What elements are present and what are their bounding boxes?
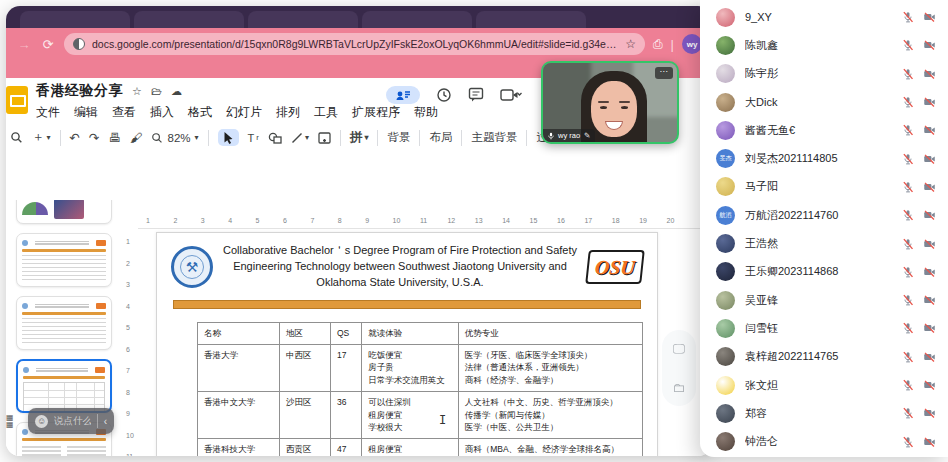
participant-row[interactable]: 袁梓超2022114765: [716, 343, 936, 371]
slide-thumbnail-3[interactable]: [16, 296, 112, 350]
profile-avatar[interactable]: wy: [682, 34, 702, 54]
browser-tab[interactable]: [248, 11, 358, 28]
chat-input[interactable]: 说点什么...: [54, 415, 91, 428]
menu-item-5[interactable]: 幻灯片: [226, 104, 262, 121]
presenter-view-button[interactable]: [386, 86, 420, 104]
redo-icon[interactable]: ↷: [89, 130, 99, 145]
participant-row[interactable]: 闫雪钰: [716, 314, 936, 342]
browser-tab[interactable]: [134, 11, 244, 28]
site-settings-icon[interactable]: [73, 38, 85, 50]
menu-item-4[interactable]: 格式: [188, 104, 212, 121]
camera-muted-icon[interactable]: [923, 379, 936, 391]
line-tool-icon[interactable]: ▾: [291, 132, 309, 144]
pinyin-input-button[interactable]: 拼▾: [350, 129, 369, 146]
zoom-select[interactable]: 82%▾: [151, 132, 198, 144]
camera-muted-icon[interactable]: [923, 39, 936, 51]
mic-muted-icon[interactable]: [902, 322, 914, 334]
theme-button[interactable]: 主题背景: [471, 130, 517, 145]
browser-tab[interactable]: [362, 11, 472, 28]
mic-muted-icon[interactable]: [902, 96, 914, 108]
menu-item-2[interactable]: 查看: [112, 104, 136, 121]
browser-tab[interactable]: [20, 11, 130, 28]
mic-muted-icon[interactable]: [902, 209, 914, 221]
print-icon[interactable]: 🖶: [108, 131, 121, 145]
camera-muted-icon[interactable]: [923, 68, 936, 80]
participant-row[interactable]: 王浩然: [716, 229, 936, 257]
paint-format-icon[interactable]: 🖌: [130, 131, 143, 145]
shapes-icon[interactable]: [268, 132, 282, 144]
camera-muted-icon[interactable]: [923, 436, 936, 448]
emoji-icon[interactable]: ☺: [35, 415, 48, 428]
participant-row[interactable]: 航滔万航滔2022114760: [716, 201, 936, 229]
camera-muted-icon[interactable]: [923, 351, 936, 363]
star-document-icon[interactable]: ☆: [132, 85, 142, 98]
reload-icon[interactable]: ⟳: [40, 37, 56, 52]
camera-muted-icon[interactable]: [923, 181, 936, 193]
participant-row[interactable]: 钟浩仑: [716, 427, 936, 455]
participant-row[interactable]: 王乐卿2023114868: [716, 258, 936, 286]
mic-muted-icon[interactable]: [902, 379, 914, 391]
browser-tab-strip[interactable]: [6, 6, 712, 28]
mic-muted-icon[interactable]: [902, 436, 914, 448]
url-text[interactable]: docs.google.com/presentation/d/15qxn0R8g…: [92, 38, 618, 50]
slide-title[interactable]: Collaborative Bachelor＇s Degree Program …: [223, 243, 577, 291]
slide-canvas[interactable]: Collaborative Bachelor＇s Degree Program …: [156, 232, 658, 456]
menu-item-8[interactable]: 扩展程序: [352, 104, 400, 121]
collapse-chat-icon[interactable]: ‹: [104, 416, 107, 427]
move-folder-icon[interactable]: 🗁: [151, 85, 162, 97]
insert-image-icon[interactable]: [318, 132, 331, 144]
comments-icon[interactable]: [468, 87, 484, 103]
menu-item-0[interactable]: 文件: [36, 104, 60, 121]
meeting-chat-bar[interactable]: ☺ 说点什么... ‹: [28, 408, 114, 434]
camera-muted-icon[interactable]: [923, 124, 936, 136]
text-box-icon[interactable]: Tr: [248, 132, 259, 144]
participant-row[interactable]: 陈宇彤: [716, 60, 936, 88]
folder-icon[interactable]: 🗀: [673, 380, 686, 395]
participant-row[interactable]: 陈凯鑫: [716, 31, 936, 59]
select-tool-icon[interactable]: [218, 129, 239, 146]
slide-thumbnail-1[interactable]: [16, 200, 112, 224]
camera-muted-icon[interactable]: [923, 266, 936, 278]
document-title[interactable]: 香港经验分享: [36, 82, 123, 100]
browser-tab[interactable]: [476, 11, 586, 28]
mic-muted-icon[interactable]: [902, 266, 914, 278]
version-history-icon[interactable]: [436, 87, 452, 103]
edit-name-icon[interactable]: ✎: [584, 131, 590, 140]
back-icon[interactable]: →: [16, 37, 32, 52]
mic-muted-icon[interactable]: [902, 407, 914, 419]
participant-row[interactable]: 旻杰刘旻杰2021114805: [716, 144, 936, 172]
mic-muted-icon[interactable]: [902, 124, 914, 136]
camera-muted-icon[interactable]: [923, 153, 936, 165]
participant-row[interactable]: 郑容: [716, 399, 936, 427]
camera-muted-icon[interactable]: [923, 96, 936, 108]
participant-row[interactable]: 大Dick: [716, 88, 936, 116]
background-button[interactable]: 背景: [387, 130, 410, 145]
camera-muted-icon[interactable]: [923, 294, 936, 306]
grid-view-icon[interactable]: ▦▦: [6, 414, 15, 428]
extension-icon[interactable]: ⎙: [653, 37, 663, 51]
menu-item-6[interactable]: 排列: [276, 104, 300, 121]
bookmark-star-icon[interactable]: ☆: [625, 37, 636, 51]
participant-row[interactable]: 马子阳: [716, 173, 936, 201]
meet-camera-icon[interactable]: [500, 88, 522, 102]
mic-muted-icon[interactable]: [902, 351, 914, 363]
menu-item-3[interactable]: 插入: [150, 104, 174, 121]
mic-muted-icon[interactable]: [902, 68, 914, 80]
mic-muted-icon[interactable]: [902, 181, 914, 193]
participant-row[interactable]: 酱酱无鱼€: [716, 116, 936, 144]
new-slide-button[interactable]: ＋▾: [32, 129, 51, 146]
mic-muted-icon[interactable]: [902, 39, 914, 51]
menu-item-9[interactable]: 帮助: [414, 104, 438, 121]
slides-app-icon[interactable]: [6, 86, 28, 114]
menu-item-1[interactable]: 编辑: [74, 104, 98, 121]
layout-button[interactable]: 布局: [429, 130, 452, 145]
mic-muted-icon[interactable]: [902, 294, 914, 306]
slide-thumbnail-2[interactable]: [16, 233, 112, 287]
participant-row[interactable]: 9_XY: [716, 3, 936, 31]
camera-muted-icon[interactable]: [923, 11, 936, 23]
undo-icon[interactable]: ↶: [70, 130, 80, 145]
mic-muted-icon[interactable]: [902, 153, 914, 165]
mic-muted-icon[interactable]: [902, 238, 914, 250]
participant-row[interactable]: 吴亚锋: [716, 286, 936, 314]
menu-item-7[interactable]: 工具: [314, 104, 338, 121]
